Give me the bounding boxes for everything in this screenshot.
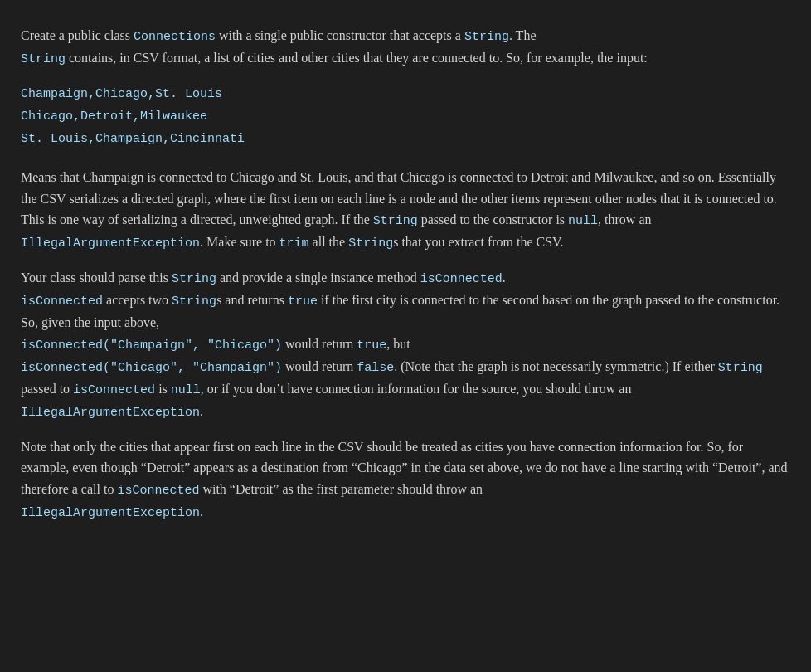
code-false-1: false bbox=[357, 361, 394, 375]
code-string-1: String bbox=[464, 30, 509, 44]
text-or-no-info: , or if you don’t have connection inform… bbox=[201, 382, 632, 396]
text-throw-an: , throw an bbox=[598, 212, 651, 226]
text-accepts-two: accepts two bbox=[103, 293, 172, 307]
paragraph-1: Create a public class Connections with a… bbox=[21, 25, 790, 70]
text-with-constructor: with a single public constructor that ac… bbox=[216, 28, 464, 42]
code-string-4: String bbox=[172, 272, 216, 286]
text-and-returns: s and returns bbox=[216, 293, 288, 307]
text-create-class: Create a public class bbox=[21, 28, 134, 42]
paragraph-4: Note that only the cities that appear fi… bbox=[21, 436, 790, 523]
text-passed-to-2: passed to bbox=[21, 382, 73, 396]
code-string-2: String bbox=[21, 52, 66, 66]
text-the: . The bbox=[509, 28, 537, 42]
text-make-sure: . Make sure to bbox=[200, 235, 279, 249]
text-extract-csv: s that you extract from the CSV. bbox=[393, 235, 563, 249]
text-note-graph: . (Note that the graph is not necessaril… bbox=[394, 359, 718, 373]
text-would-return-2: would return bbox=[282, 359, 357, 373]
code-isconnected-1: isConnected bbox=[420, 272, 503, 286]
text-period: . bbox=[503, 270, 506, 285]
csv-line-2: Chicago,Detroit,Milwaukee bbox=[21, 105, 790, 128]
code-string-5: String bbox=[718, 361, 763, 375]
code-connections: Connections bbox=[134, 30, 216, 44]
code-strings-1: String bbox=[348, 236, 393, 251]
text-period-2: . bbox=[200, 404, 203, 418]
code-trim: trim bbox=[279, 236, 309, 251]
code-isconnected-4: isConnected bbox=[117, 484, 199, 498]
code-call-2: isConnected("Chicago", "Champaign") bbox=[21, 361, 282, 375]
text-would-return-1: would return bbox=[282, 337, 357, 351]
code-string-3: String bbox=[373, 214, 418, 228]
text-but: , but bbox=[386, 337, 410, 351]
text-final-period: . bbox=[200, 504, 203, 519]
paragraph-2: Means that Champaign is connected to Chi… bbox=[21, 167, 790, 254]
code-strings-2: String bbox=[172, 295, 216, 309]
code-isconnected-2: isConnected bbox=[21, 295, 103, 309]
text-all-the: all the bbox=[309, 235, 349, 249]
csv-example-block: Champaign,Chicago,St. Louis Chicago,Detr… bbox=[21, 83, 790, 150]
text-contains-csv: contains, in CSV format, a list of citie… bbox=[66, 51, 648, 65]
code-illegal-arg-1: IllegalArgumentException bbox=[21, 236, 200, 251]
code-isconnected-3: isConnected bbox=[73, 383, 155, 397]
code-call-1: isConnected("Champaign", "Chicago") bbox=[21, 338, 282, 353]
code-true-1: true bbox=[288, 295, 318, 309]
text-is: is bbox=[155, 382, 171, 396]
text-passed-to-constructor: passed to the constructor is bbox=[418, 212, 568, 226]
text-your-class: Your class should parse this bbox=[21, 270, 172, 285]
code-illegal-arg-3: IllegalArgumentException bbox=[21, 506, 200, 520]
paragraph-3: Your class should parse this String and … bbox=[21, 267, 790, 423]
csv-line-1: Champaign,Chicago,St. Louis bbox=[21, 83, 790, 105]
code-illegal-arg-2: IllegalArgumentException bbox=[21, 406, 200, 420]
csv-line-3: St. Louis,Champaign,Cincinnati bbox=[21, 128, 790, 150]
text-with-detroit: with “Detroit” as the first parameter sh… bbox=[199, 482, 483, 496]
main-content: Create a public class Connections with a… bbox=[17, 17, 794, 545]
code-null-1: null bbox=[568, 214, 598, 228]
code-true-2: true bbox=[357, 338, 386, 353]
code-null-2: null bbox=[171, 383, 201, 397]
text-provide-method: and provide a single instance method bbox=[216, 270, 420, 285]
